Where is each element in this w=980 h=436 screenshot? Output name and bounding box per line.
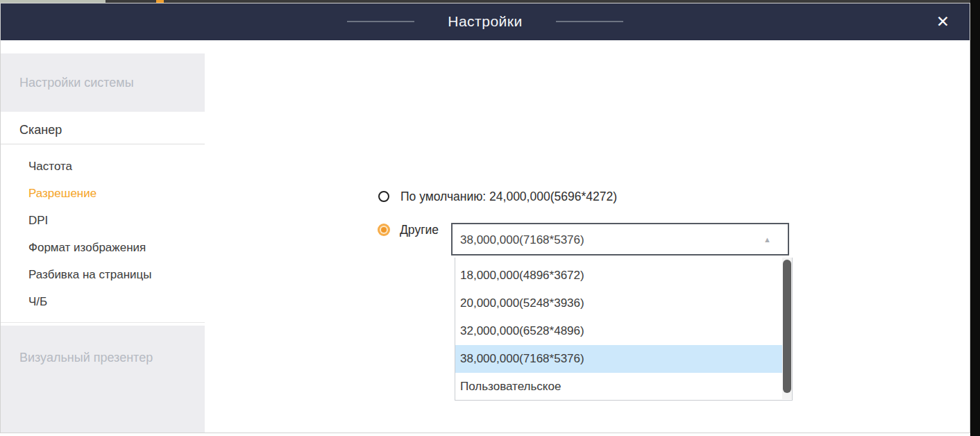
resolution-dropdown-items: 16,000,000(4608*3456) 18,000,000(4896*36… — [455, 258, 792, 401]
sidebar-item-pagination[interactable]: Разбивка на страницы — [1, 261, 205, 288]
sidebar-item-dpi[interactable]: DPI — [1, 207, 205, 234]
sidebar-section-scanner[interactable]: Сканер — [1, 117, 205, 144]
chevron-up-icon: ▲ — [763, 235, 771, 244]
dropdown-option-38m[interactable]: 38,000,000(7168*5376) — [455, 345, 792, 373]
resolution-dropdown-list: 16,000,000(4608*3456) 18,000,000(4896*36… — [455, 258, 793, 401]
other-resolution-label[interactable]: Другие — [400, 223, 439, 237]
scanner-settings-nav: Частота Разрешение DPI Формат изображени… — [1, 153, 205, 315]
resolution-combobox[interactable]: 38,000,000(7168*5376) ▲ — [451, 223, 789, 255]
title-decor-line-right — [556, 21, 623, 22]
dropdown-option-32m[interactable]: 32,000,000(6528*4896) — [455, 317, 792, 345]
sidebar-section-scanner-label: Сканер — [19, 123, 62, 137]
dropdown-option-custom[interactable]: Пользовательское — [455, 373, 792, 401]
dropdown-option-18m[interactable]: 18,000,000(4896*3672) — [455, 262, 792, 290]
sidebar-item-image-format[interactable]: Формат изображения — [1, 234, 205, 261]
title-decor-line-left — [347, 21, 414, 22]
default-resolution-radio[interactable] — [378, 191, 389, 202]
sidebar-divider — [1, 322, 205, 323]
dialog-title: Настройки — [448, 13, 522, 30]
dropdown-option-20m[interactable]: 20,000,000(5248*3936) — [455, 290, 792, 317]
background-app-right-strip — [970, 0, 980, 436]
dropdown-scrollbar-thumb[interactable] — [783, 260, 791, 393]
default-resolution-label[interactable]: По умолчанию: 24,000,000(5696*4272) — [400, 190, 617, 204]
sidebar-item-resolution[interactable]: Разрешение — [1, 180, 205, 207]
sidebar-section-presenter-label: Визуальный презентер — [19, 351, 153, 364]
sidebar-item-bw[interactable]: Ч/Б — [1, 288, 205, 315]
dropdown-scrollbar[interactable] — [782, 258, 792, 399]
settings-dialog: Настройки ✕ Настройки системы Сканер Час… — [0, 0, 980, 436]
close-icon[interactable]: ✕ — [933, 11, 952, 33]
sidebar-section-system-settings[interactable]: Настройки системы — [1, 53, 205, 112]
other-resolution-option: Другие — [378, 221, 439, 238]
sidebar-section-visual-presenter[interactable]: Визуальный презентер — [1, 326, 205, 433]
sidebar-item-frequency[interactable]: Частота — [1, 153, 205, 180]
other-resolution-radio[interactable] — [378, 224, 390, 236]
dialog-titlebar: Настройки ✕ — [0, 3, 970, 40]
default-resolution-option: По умолчанию: 24,000,000(5696*4272) — [378, 188, 617, 205]
sidebar-section-system-label: Настройки системы — [19, 76, 134, 90]
resolution-combobox-value: 38,000,000(7168*5376) — [460, 224, 584, 254]
